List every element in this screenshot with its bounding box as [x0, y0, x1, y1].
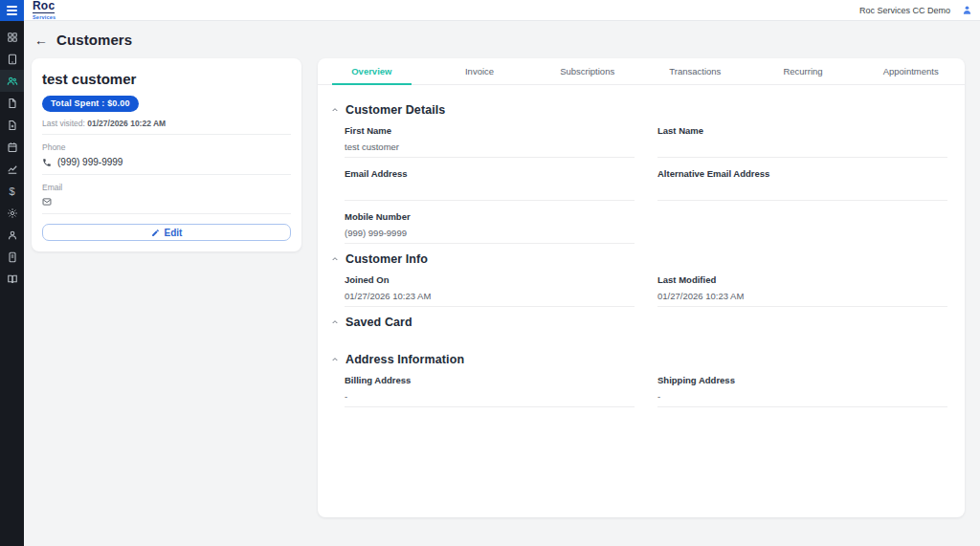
payments-dollar-icon: $ — [9, 186, 14, 197]
hamburger-icon — [7, 6, 17, 8]
profile-person-icon — [7, 229, 18, 241]
tab-overview[interactable]: Overview — [318, 58, 426, 84]
tab-transactions[interactable]: Transactions — [641, 58, 749, 84]
section-saved-card-toggle[interactable]: Saved Card — [331, 316, 947, 329]
tab-recurring[interactable]: Recurring — [749, 58, 858, 84]
tab-bar: Overview Invoice Subscriptions Transacti… — [318, 58, 965, 85]
field-email-address: Email Address — [345, 168, 635, 201]
saved-card-empty-area — [331, 329, 947, 344]
field-alt-email-address: Alternative Email Address — [657, 168, 947, 201]
sidebar-item-devices[interactable] — [0, 48, 24, 70]
main-content: ← Customers test customer Total Spent : … — [24, 21, 980, 546]
calendar-icon — [7, 142, 18, 153]
chevron-up-icon — [331, 106, 339, 114]
section-title: Address Information — [345, 353, 464, 366]
last-visited: Last visited: 01/27/2026 10:22 AM — [42, 119, 291, 135]
customers-people-icon — [7, 76, 18, 87]
hamburger-menu-button[interactable] — [0, 0, 24, 21]
page-title: Customers — [56, 32, 132, 48]
section-title: Customer Details — [345, 103, 445, 117]
settings-gear-icon — [7, 207, 18, 219]
page-title-row: ← Customers — [24, 21, 980, 48]
customer-detail-panel: Overview Invoice Subscriptions Transacti… — [318, 58, 965, 517]
top-header: Roc Services Roc Services CC Demo — [0, 0, 980, 21]
logo-primary-text: Roc — [33, 0, 55, 13]
edit-customer-button[interactable]: Edit — [42, 224, 291, 241]
email-envelope-icon — [42, 197, 52, 207]
left-nav-sidebar: $ — [0, 21, 24, 546]
phone-row: (999) 999-9999 — [42, 157, 291, 175]
field-last-name: Last Name — [657, 125, 947, 158]
section-address-information-toggle[interactable]: Address Information — [331, 353, 947, 366]
phone-label: Phone — [42, 142, 291, 152]
last-visited-label: Last visited: — [42, 119, 85, 128]
section-title: Saved Card — [345, 316, 412, 329]
sidebar-item-payments[interactable]: $ — [0, 180, 24, 202]
section-customer-details-toggle[interactable]: Customer Details — [331, 103, 947, 117]
sidebar-item-profile[interactable] — [0, 224, 24, 246]
estimate-file-plus-icon — [7, 120, 18, 131]
field-empty — [657, 211, 947, 244]
sidebar-item-calendar[interactable] — [0, 136, 24, 158]
account-name: Roc Services CC Demo — [859, 6, 950, 15]
field-last-modified: Last Modified 01/27/2026 10:23 AM — [657, 274, 947, 307]
field-shipping-address: Shipping Address - — [657, 375, 947, 407]
sidebar-item-estimates[interactable] — [0, 114, 24, 136]
total-spent-badge: Total Spent : $0.00 — [42, 96, 139, 112]
tab-appointments[interactable]: Appointments — [857, 58, 965, 84]
edit-button-label: Edit — [165, 228, 183, 238]
chevron-up-icon — [331, 356, 339, 363]
sidebar-item-dashboard[interactable] — [0, 26, 24, 48]
email-row — [42, 197, 291, 214]
app-logo[interactable]: Roc Services — [33, 0, 56, 20]
field-billing-address: Billing Address - — [345, 375, 635, 407]
field-mobile-number: Mobile Number (999) 999-9999 — [345, 211, 635, 244]
sidebar-item-terminal[interactable] — [0, 246, 24, 268]
field-joined-on: Joined On 01/27/2026 10:23 AM — [345, 274, 635, 307]
invoice-file-icon — [7, 98, 18, 109]
sidebar-item-reports[interactable] — [0, 158, 24, 180]
tab-invoice[interactable]: Invoice — [426, 58, 534, 84]
tab-subscriptions[interactable]: Subscriptions — [533, 58, 641, 84]
chevron-up-icon — [331, 318, 339, 326]
user-account-icon[interactable] — [962, 5, 972, 15]
back-arrow-icon[interactable]: ← — [34, 33, 48, 47]
terminal-device-icon — [7, 251, 18, 263]
email-label: Email — [42, 183, 291, 192]
chevron-up-icon — [331, 255, 339, 263]
sidebar-item-invoices[interactable] — [0, 92, 24, 114]
customer-name: test customer — [42, 71, 291, 87]
section-customer-info-toggle[interactable]: Customer Info — [331, 252, 947, 266]
phone-icon — [42, 158, 52, 167]
sidebar-item-settings[interactable] — [0, 202, 24, 224]
customer-info-fields: Joined On 01/27/2026 10:23 AM Last Modif… — [345, 274, 947, 307]
section-title: Customer Info — [345, 252, 428, 266]
docs-book-icon — [7, 273, 18, 285]
pencil-icon — [151, 229, 160, 237]
sidebar-item-customers[interactable] — [0, 70, 24, 92]
reports-chart-icon — [7, 164, 18, 175]
sidebar-item-docs[interactable] — [0, 268, 24, 290]
customer-details-fields: First Name test customer Last Name Email… — [345, 125, 947, 244]
device-tablet-icon — [7, 54, 18, 65]
logo-secondary-text: Services — [33, 14, 56, 20]
field-first-name: First Name test customer — [345, 125, 635, 158]
address-information-fields: Billing Address - Shipping Address - — [345, 375, 947, 407]
customer-summary-card: test customer Total Spent : $0.00 Last v… — [32, 58, 301, 251]
last-visited-value: 01/27/2026 10:22 AM — [87, 119, 166, 128]
dashboard-grid-icon — [7, 32, 18, 43]
phone-value: (999) 999-9999 — [57, 157, 122, 167]
